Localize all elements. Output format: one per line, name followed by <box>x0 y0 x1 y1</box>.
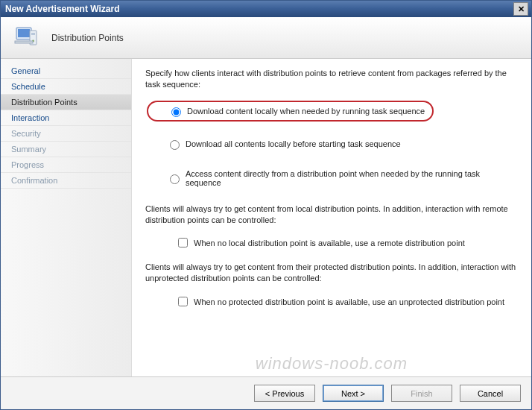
radio-download-when-needed-highlight: Download content locally when needed by … <box>147 101 434 122</box>
page-title: Distribution Points <box>44 33 124 43</box>
svg-rect-3 <box>31 33 35 35</box>
checkbox-use-remote-dp[interactable] <box>178 238 188 247</box>
next-button[interactable]: Next > <box>323 385 384 402</box>
radio-access-direct[interactable] <box>170 174 180 184</box>
footer-bar: < Previous Next > Finish Cancel <box>1 376 531 409</box>
radio-download-before-start-label[interactable]: Download all contents locally before sta… <box>186 139 401 148</box>
nav-item-interaction[interactable]: Interaction <box>1 110 131 126</box>
nav-item-confirmation: Confirmation <box>1 173 131 189</box>
radio-access-direct-label[interactable]: Access content directly from a distribut… <box>186 169 513 187</box>
close-button[interactable]: ✕ <box>513 2 528 16</box>
cancel-button[interactable]: Cancel <box>460 385 521 402</box>
checkbox-use-unprotected-dp[interactable] <box>178 297 188 306</box>
checkbox-use-unprotected-dp-label[interactable]: When no protected distribution point is … <box>194 297 504 306</box>
watermark-text: windows-noob.com <box>256 354 408 373</box>
nav-item-summary: Summary <box>1 142 131 157</box>
close-icon: ✕ <box>518 4 525 14</box>
previous-button[interactable]: < Previous <box>254 385 315 402</box>
wizard-icon <box>10 23 44 53</box>
wizard-window: New Advertisement Wizard ✕ Distribution … <box>0 0 532 410</box>
nav-item-security: Security <box>1 126 131 142</box>
checkbox-use-remote-dp-label[interactable]: When no local distribution point is avai… <box>194 239 465 247</box>
radio-download-when-needed[interactable] <box>171 107 181 117</box>
instruction-text: Specify how clients interact with distri… <box>145 68 518 90</box>
finish-button[interactable]: Finish <box>391 385 452 402</box>
nav-item-distribution-points[interactable]: Distribution Points <box>1 95 131 110</box>
nav-item-progress: Progress <box>1 157 131 173</box>
header-band: Distribution Points <box>1 17 531 59</box>
radio-download-when-needed-label[interactable]: Download content locally when needed by … <box>187 107 425 116</box>
nav-item-general[interactable]: General <box>1 63 131 79</box>
note-remote: Clients will always try to get content f… <box>145 204 518 226</box>
window-title: New Advertisement Wizard <box>5 4 513 14</box>
note-unprotected: Clients will always try to get content f… <box>145 262 518 284</box>
nav-sidebar: GeneralScheduleDistribution PointsIntera… <box>1 59 132 376</box>
radio-download-before-start[interactable] <box>170 140 180 150</box>
nav-item-schedule[interactable]: Schedule <box>1 79 131 95</box>
svg-rect-1 <box>18 29 30 37</box>
content-panel: Specify how clients interact with distri… <box>132 59 531 376</box>
svg-rect-5 <box>15 41 33 43</box>
title-bar[interactable]: New Advertisement Wizard ✕ <box>1 1 531 17</box>
